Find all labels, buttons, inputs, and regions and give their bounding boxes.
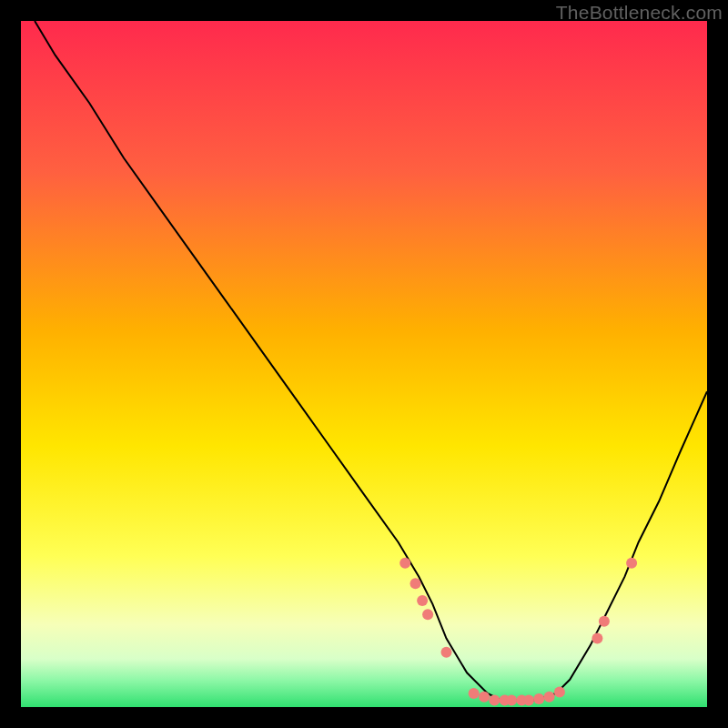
data-point-marker	[469, 688, 480, 699]
data-point-marker	[533, 693, 544, 704]
data-point-marker	[399, 558, 410, 569]
data-point-marker	[506, 695, 517, 706]
data-point-marker	[489, 695, 500, 706]
chart-svg	[21, 21, 707, 707]
data-point-marker	[599, 616, 610, 627]
data-point-marker	[422, 609, 433, 620]
data-point-marker	[417, 595, 428, 606]
data-point-marker	[554, 686, 565, 697]
data-point-marker	[592, 633, 602, 644]
gradient-background	[21, 21, 707, 707]
chart-frame	[21, 21, 707, 707]
data-point-marker	[544, 692, 555, 703]
data-point-marker	[626, 558, 637, 569]
data-point-marker	[523, 695, 534, 706]
data-point-marker	[479, 692, 490, 703]
data-point-marker	[410, 578, 421, 589]
data-point-marker	[441, 647, 452, 658]
attribution-text: TheBottleneck.com	[556, 2, 723, 24]
